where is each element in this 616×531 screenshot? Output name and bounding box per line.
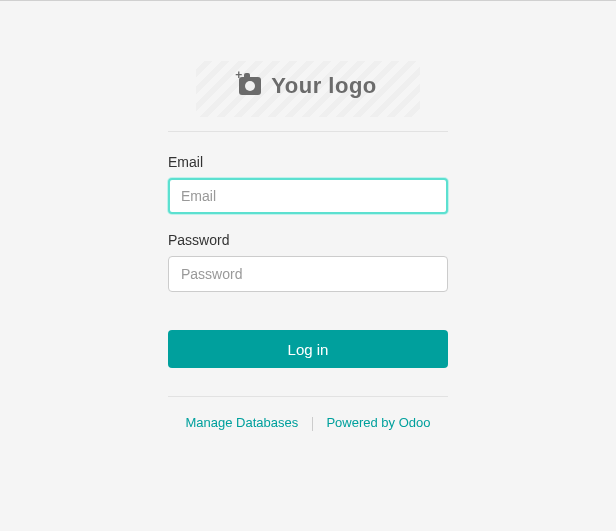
logo-text: Your logo: [271, 73, 377, 99]
login-container: + Your logo Email Password Log in Manage…: [168, 61, 448, 431]
separator: [312, 417, 313, 431]
divider: [168, 396, 448, 397]
password-group: Password: [168, 232, 448, 292]
email-field[interactable]: [168, 178, 448, 214]
divider: [168, 131, 448, 132]
password-field[interactable]: [168, 256, 448, 292]
powered-by-link[interactable]: Powered by Odoo: [326, 415, 430, 430]
email-group: Email: [168, 154, 448, 214]
logo-placeholder[interactable]: + Your logo: [196, 61, 420, 117]
camera-upload-icon: +: [239, 77, 261, 95]
email-label: Email: [168, 154, 448, 170]
login-button[interactable]: Log in: [168, 330, 448, 368]
manage-databases-link[interactable]: Manage Databases: [185, 415, 298, 430]
password-label: Password: [168, 232, 448, 248]
footer-links: Manage Databases Powered by Odoo: [168, 415, 448, 431]
